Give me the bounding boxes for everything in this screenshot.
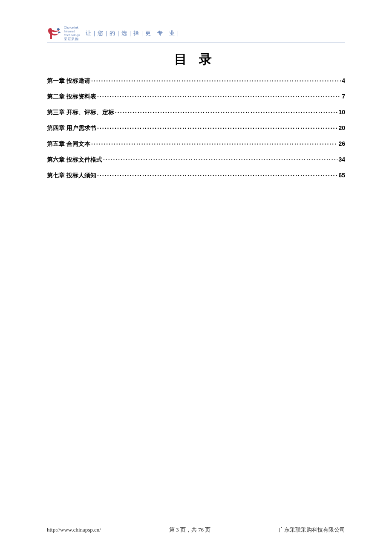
- toc-entry-page: 4: [342, 77, 345, 84]
- toc-entry-label: 第三章 开标、评标、定标: [47, 109, 114, 116]
- company-logo: Choicelink Internet Technology 采联采购: [47, 26, 80, 41]
- footer-page-info: 第 3 页，共 76 页: [169, 526, 211, 534]
- header-slogan: 让｜您｜的｜选｜择｜更｜专｜业｜: [86, 29, 181, 37]
- footer-url: http://www.chinapsp.cn/: [47, 526, 101, 533]
- footer-company: 广东采联采购科技有限公司: [279, 526, 345, 534]
- content-spacer: [47, 187, 345, 523]
- page-title: 目录: [53, 51, 345, 68]
- page-header: Choicelink Internet Technology 采联采购 让｜您｜…: [47, 26, 345, 43]
- toc-entry-label: 第六章 投标文件格式: [47, 156, 102, 164]
- toc-entry-page: 26: [338, 140, 345, 147]
- toc-entry-page: 20: [338, 124, 345, 131]
- toc-entry-label: 第五章 合同文本: [47, 140, 90, 148]
- table-of-contents: 第一章 投标邀请 4 第二章 投标资料表 7 第三章 开标、评标、定标 10 第…: [47, 77, 345, 187]
- toc-leader-dots: [97, 171, 338, 177]
- toc-leader-dots: [103, 156, 338, 162]
- toc-leader-dots: [97, 124, 338, 130]
- toc-leader-dots: [115, 108, 338, 114]
- logo-icon: [47, 26, 62, 41]
- toc-entry: 第六章 投标文件格式 34: [47, 156, 345, 164]
- toc-entry-label: 第二章 投标资料表: [47, 93, 96, 101]
- toc-entry: 第三章 开标、评标、定标 10: [47, 108, 345, 116]
- logo-text: Choicelink Internet Technology 采联采购: [64, 26, 80, 41]
- toc-entry: 第二章 投标资料表 7: [47, 92, 345, 101]
- logo-en-line3: Technology: [64, 34, 80, 37]
- document-page: Choicelink Internet Technology 采联采购 让｜您｜…: [0, 0, 392, 555]
- toc-entry-page: 34: [338, 156, 345, 163]
- toc-entry: 第七章 投标人须知 65: [47, 171, 345, 179]
- toc-entry: 第五章 合同文本 26: [47, 140, 345, 148]
- toc-entry-page: 65: [338, 172, 345, 179]
- toc-entry-page: 7: [342, 93, 345, 100]
- toc-entry-label: 第四章 用户需求书: [47, 124, 96, 132]
- toc-entry-label: 第一章 投标邀请: [47, 77, 90, 85]
- toc-entry-label: 第七章 投标人须知: [47, 172, 96, 179]
- logo-en-line1: Choicelink: [64, 26, 80, 29]
- logo-cn: 采联采购: [64, 38, 80, 41]
- page-footer: http://www.chinapsp.cn/ 第 3 页，共 76 页 广东采…: [47, 523, 345, 534]
- toc-entry-page: 10: [338, 109, 345, 116]
- toc-leader-dots: [91, 140, 338, 146]
- toc-entry: 第一章 投标邀请 4: [47, 77, 345, 85]
- toc-leader-dots: [91, 77, 341, 83]
- toc-leader-dots: [97, 92, 341, 98]
- toc-entry: 第四章 用户需求书 20: [47, 124, 345, 132]
- logo-en-line2: Internet: [64, 30, 80, 33]
